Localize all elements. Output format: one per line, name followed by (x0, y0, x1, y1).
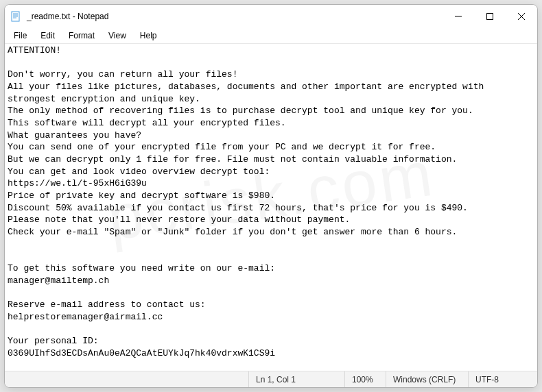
window-controls (443, 5, 537, 28)
svg-rect-6 (487, 14, 493, 20)
notepad-icon (10, 11, 21, 22)
menu-help[interactable]: Help (134, 29, 163, 42)
window-title: _readme.txt - Notepad (27, 12, 443, 21)
statusbar-position: Ln 1, Col 1 (249, 371, 345, 387)
statusbar-eol: Windows (CRLF) (386, 371, 469, 387)
minimize-icon (455, 13, 462, 20)
menu-edit[interactable]: Edit (34, 29, 61, 42)
text-content[interactable]: ATTENTION! Don't worry, you can return a… (5, 44, 537, 371)
menu-file[interactable]: File (8, 29, 33, 42)
minimize-button[interactable] (443, 5, 474, 28)
maximize-icon (486, 13, 493, 20)
statusbar-encoding: UTF-8 (469, 371, 537, 387)
menu-format[interactable]: Format (62, 29, 101, 42)
statusbar: Ln 1, Col 1 100% Windows (CRLF) UTF-8 (5, 371, 537, 387)
editor-area: ATTENTION! Don't worry, you can return a… (5, 43, 537, 371)
menu-view[interactable]: View (102, 29, 132, 42)
close-button[interactable] (506, 5, 537, 28)
menubar: File Edit Format View Help (5, 28, 537, 43)
statusbar-spacer (5, 371, 249, 387)
maximize-button[interactable] (474, 5, 506, 28)
close-icon (518, 13, 525, 20)
statusbar-zoom: 100% (345, 371, 386, 387)
titlebar[interactable]: _readme.txt - Notepad (5, 5, 537, 28)
notepad-window: _readme.txt - Notepad File Edit Format V… (4, 4, 538, 388)
